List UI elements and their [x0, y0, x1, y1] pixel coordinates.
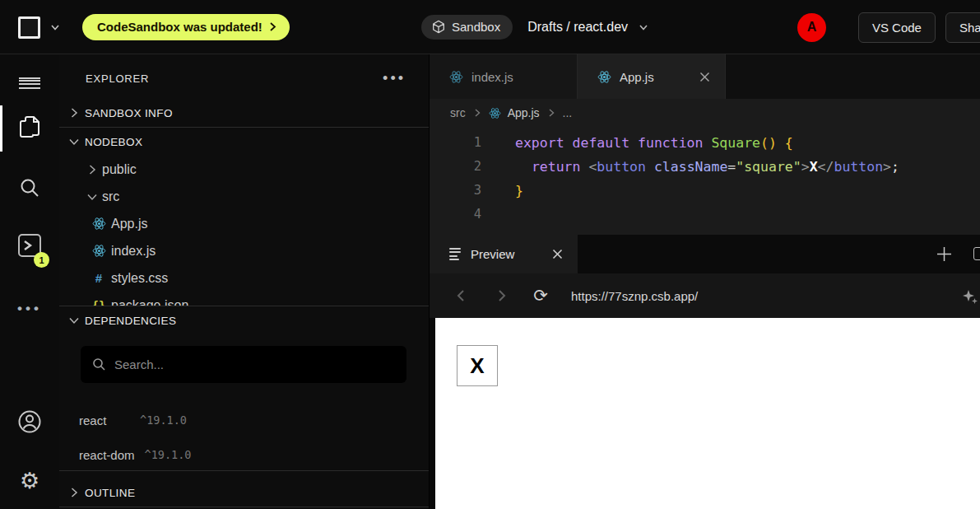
split-view-icon[interactable]: [973, 247, 980, 260]
codesandbox-app: CodeSandbox was updated! Sandbox Drafts …: [0, 0, 980, 509]
breadcrumb-item[interactable]: App.js: [508, 106, 540, 119]
more-options-icon[interactable]: •••: [0, 295, 59, 323]
explorer-more-icon[interactable]: •••: [383, 70, 406, 87]
preview-tab-bar: Preview: [430, 235, 980, 273]
line-number: 3: [430, 179, 481, 203]
editor-tab-bar: index.jsApp.js: [430, 54, 980, 99]
section-dependencies[interactable]: DEPENDENCIES: [59, 308, 429, 333]
settings-gear-icon[interactable]: ⚙: [0, 467, 59, 495]
sandbox-badge-label: Sandbox: [452, 20, 500, 34]
explorer-sidebar: EXPLORER ••• SANDBOX INFO NODEBOX public…: [59, 54, 429, 509]
add-preview-icon[interactable]: [936, 235, 952, 273]
editor-tab-index.js[interactable]: index.js: [430, 54, 578, 99]
update-banner-button[interactable]: CodeSandbox was updated!: [82, 14, 290, 40]
close-icon[interactable]: [552, 249, 563, 259]
code-line[interactable]: 2 return <button className="square">X</b…: [430, 155, 980, 179]
dependency-search-input[interactable]: [114, 357, 395, 371]
tree-file-package.json[interactable]: {}package.json: [59, 292, 429, 306]
editor-panel: index.jsApp.js srcApp.js... 1export defa…: [429, 54, 980, 509]
react-file-icon: [449, 70, 463, 84]
section-nodebox[interactable]: NODEBOX: [59, 129, 429, 154]
sparkle-icon[interactable]: [962, 288, 978, 308]
project-breadcrumb-label: Drafts / react.dev: [527, 20, 628, 35]
code-editor[interactable]: 1export default function Square() {2 ret…: [430, 127, 980, 235]
chevron-right-icon: [269, 21, 276, 32]
section-sandbox-info[interactable]: SANDBOX INFO: [59, 100, 429, 125]
sandbox-type-badge[interactable]: Sandbox: [421, 15, 513, 40]
user-avatar[interactable]: A: [797, 13, 826, 42]
breadcrumb-item[interactable]: src: [450, 106, 466, 119]
terminal-badge: 1: [34, 252, 49, 268]
project-breadcrumb[interactable]: Drafts / react.dev: [527, 20, 649, 35]
workspace-chevron-down-icon[interactable]: [49, 21, 61, 33]
chevron-down-icon: [67, 313, 81, 328]
react-file-icon: [597, 70, 611, 84]
back-icon[interactable]: [449, 288, 474, 303]
folder-label: src: [102, 189, 119, 204]
breadcrumb-separator-icon: [472, 108, 482, 118]
square-game-button[interactable]: X: [457, 345, 498, 386]
chevron-right-icon: [67, 105, 81, 120]
code-line-content: export default function Square() {: [481, 131, 793, 155]
code-line[interactable]: 3}: [430, 179, 980, 203]
preview-url[interactable]: https://77sznp.csb.app/: [571, 289, 698, 303]
section-label: DEPENDENCIES: [85, 315, 176, 327]
vs-code-button[interactable]: VS Code: [858, 12, 936, 43]
codesandbox-logo-icon[interactable]: [18, 16, 40, 39]
divider: [59, 470, 429, 471]
account-icon[interactable]: [0, 408, 59, 436]
breadcrumb-item[interactable]: ...: [563, 106, 573, 119]
tree-file-index.js[interactable]: index.js: [59, 237, 429, 264]
menu-hamburger-icon[interactable]: [0, 64, 59, 92]
code-line-content: return <button className="square">X</but…: [481, 155, 899, 179]
tab-label: index.js: [471, 70, 513, 84]
divider: [59, 306, 429, 306]
chevron-down-icon: [67, 134, 81, 149]
section-label: NODEBOX: [85, 136, 142, 148]
divider: [59, 127, 429, 128]
forward-icon[interactable]: [489, 288, 513, 303]
tree-file-styles.css[interactable]: #styles.css: [59, 264, 429, 292]
preview-url-bar: ⟳ https://77sznp.csb.app/: [430, 273, 980, 318]
topbar-right-group: A VS Code Share: [797, 0, 980, 54]
file-tree: publicsrcApp.jsindex.js#styles.css{}pack…: [59, 156, 429, 306]
tree-folder-src[interactable]: src: [59, 183, 429, 210]
file-label: App.js: [111, 217, 147, 231]
dependency-react[interactable]: react^19.1.0: [59, 403, 429, 437]
section-label: SANDBOX INFO: [85, 107, 173, 119]
line-number: 4: [430, 203, 481, 226]
code-line[interactable]: 1export default function Square() {: [430, 131, 980, 155]
section-label: OUTLINE: [85, 487, 135, 499]
editor-tab-App.js[interactable]: App.js: [578, 54, 726, 99]
preview-viewport: X: [430, 318, 980, 509]
share-button[interactable]: Share: [945, 12, 980, 43]
line-number: 2: [430, 155, 481, 179]
avatar-letter: A: [807, 20, 817, 35]
react-file-icon: [489, 107, 501, 119]
preview-icon: [449, 246, 461, 262]
tree-file-App.js[interactable]: App.js: [59, 210, 429, 237]
main-area: 1 ••• ⚙ EXPLORER ••• SANDBOX INFO: [0, 54, 980, 509]
code-line[interactable]: 4: [430, 203, 980, 226]
react-file-icon: [91, 244, 106, 258]
section-outline[interactable]: OUTLINE: [59, 480, 429, 505]
dependency-react-dom[interactable]: react-dom^19.1.0: [59, 437, 429, 472]
explorer-files-icon[interactable]: [0, 114, 59, 142]
divider: [59, 507, 429, 507]
chevron-down-icon: [85, 189, 100, 204]
explorer-title: EXPLORER: [86, 72, 149, 85]
dependency-search: [81, 346, 406, 383]
tree-folder-public[interactable]: public: [59, 156, 429, 183]
terminal-icon[interactable]: 1: [0, 233, 59, 261]
topbar-center-group: Sandbox Drafts / react.dev: [421, 0, 649, 54]
preview-tab[interactable]: Preview: [430, 235, 578, 273]
refresh-icon[interactable]: ⟳: [528, 286, 553, 306]
activity-bar: 1 ••• ⚙: [0, 54, 59, 509]
search-icon[interactable]: [0, 174, 59, 202]
chevron-down-icon: [638, 21, 649, 33]
code-line-content: }: [481, 179, 523, 203]
file-label: package.json: [111, 298, 188, 306]
close-icon[interactable]: [699, 72, 710, 82]
dependency-name: react-dom: [79, 448, 135, 462]
search-icon: [92, 357, 106, 371]
